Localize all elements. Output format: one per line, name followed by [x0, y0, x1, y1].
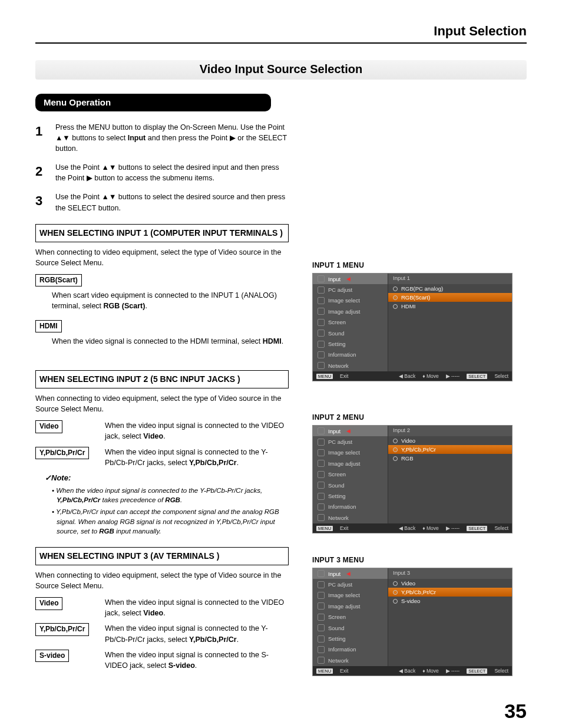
osd-left-item: Setting	[313, 490, 388, 501]
osd-left-item: Network	[313, 360, 388, 371]
hdmi-label: HDMI	[35, 320, 62, 332]
menu-icon	[318, 319, 325, 326]
page-number: 35	[35, 700, 527, 723]
osd-left-item: PC adjust	[313, 284, 388, 295]
osd-left-item: Sound	[313, 480, 388, 490]
osd-option: Y,Pb/Cb,Pr/Cr	[388, 445, 512, 454]
osd-option: Video	[388, 436, 512, 445]
radio-icon	[393, 295, 398, 300]
menu-operation-heading: Menu Operation	[35, 94, 271, 111]
osd-option: Y,Pb/Cb,Pr/Cr	[388, 588, 512, 597]
menu-icon	[318, 330, 325, 337]
menu-icon	[318, 362, 325, 369]
input3-menu-screenshot: Input◀PC adjustImage selectImage adjustS…	[312, 568, 513, 676]
menu-icon	[318, 471, 325, 478]
rgb-scart-desc: When scart video equipment is connected …	[52, 290, 289, 311]
osd-left-item: Network	[313, 655, 388, 666]
osd-left-item: Image adjust	[313, 601, 388, 611]
osd-left-item: Sound	[313, 622, 388, 633]
menu-icon	[318, 493, 325, 500]
ypbcr-label: Y,Pb/Cb,Pr/Cr	[35, 447, 89, 459]
video-desc: When the video input signal is connected…	[105, 420, 289, 442]
osd-left-item: Input◀	[313, 568, 388, 579]
osd-left-item: Image select	[313, 590, 388, 601]
menu-icon	[318, 449, 325, 456]
menu-icon	[318, 503, 325, 510]
menu-icon	[318, 602, 325, 610]
input1-menu-screenshot: Input◀PC adjustImage selectImage adjustS…	[312, 273, 513, 381]
section-title: Video Input Source Selection	[35, 60, 527, 80]
osd-left-item: Image select	[313, 447, 388, 458]
ypbcr3-label: Y,Pb/Cb,Pr/Cr	[35, 623, 89, 635]
osd-left-item: Information	[313, 350, 388, 360]
input1-intro: When connecting to video equipment, sele…	[35, 247, 289, 268]
menu-icon	[318, 657, 325, 664]
hdmi-desc: When the video signal is connected to th…	[52, 336, 289, 347]
step-number: 2	[35, 162, 46, 183]
rgb-scart-label: RGB(Scart)	[35, 274, 82, 286]
step-2: 2 Use the Point ▲▼ buttons to select the…	[35, 162, 289, 183]
menu-icon	[318, 460, 325, 467]
video-label: Video	[35, 420, 62, 433]
osd-option: HDMI	[388, 302, 512, 311]
osd-left-item: Information	[313, 644, 388, 655]
osd-option: RGB(Scart)	[388, 293, 512, 302]
step-text: Press the MENU button to display the On-…	[55, 122, 289, 154]
menu-icon	[318, 482, 325, 489]
menu-icon	[318, 427, 325, 434]
osd-left-item: Network	[313, 512, 388, 523]
osd-left-item: Input◀	[313, 274, 388, 284]
radio-icon	[393, 590, 398, 595]
input2-heading: WHEN SELECTING INPUT 2 (5 BNC INPUT JACK…	[35, 370, 289, 388]
step-text: Use the Point ▲▼ buttons to select the d…	[55, 192, 289, 213]
video3-label: Video	[35, 597, 62, 610]
osd-left-item: Image adjust	[313, 458, 388, 469]
menu-icon	[318, 275, 325, 282]
step-3: 3 Use the Point ▲▼ buttons to select the…	[35, 192, 289, 213]
menu-icon	[318, 341, 325, 348]
osd-left-item: Setting	[313, 633, 388, 644]
osd-submenu-header: Input 3	[388, 568, 512, 579]
osd-option: Video	[388, 579, 512, 588]
osd-option: RGB(PC analog)	[388, 284, 512, 293]
radio-icon	[393, 599, 398, 604]
menu-icon	[318, 297, 325, 304]
radio-icon	[393, 439, 398, 443]
osd-left-item: Input◀	[313, 426, 388, 436]
osd-footer: MENUExit◀ Back♦ Move▶ -----SELECTSelect	[313, 666, 512, 676]
left-column: Menu Operation 1 Press the MENU button t…	[35, 94, 289, 682]
osd-left-item: Screen	[313, 469, 388, 480]
step-number: 1	[35, 122, 46, 154]
osd-left-item: Screen	[313, 612, 388, 622]
osd-footer: MENUExit◀ Back♦ Move▶ -----SELECTSelect	[313, 523, 512, 533]
input1-heading: WHEN SELECTING INPUT 1 (COMPUTER INPUT T…	[35, 224, 289, 242]
osd-left-item: Image select	[313, 295, 388, 306]
svideo-label: S-video	[35, 650, 69, 662]
menu-icon	[318, 351, 325, 358]
osd-submenu-header: Input 2	[388, 426, 512, 436]
radio-icon	[393, 447, 398, 452]
radio-icon	[393, 304, 398, 309]
menu-icon	[318, 286, 325, 294]
check-icon: ✓	[45, 473, 51, 482]
chapter-title: Input Selection	[35, 24, 527, 39]
input2-menu-screenshot: Input◀PC adjustImage selectImage adjustS…	[312, 425, 513, 533]
menu-icon	[318, 581, 325, 588]
input2-menu-label: INPUT 2 MENU	[312, 413, 527, 421]
osd-left-item: Sound	[313, 328, 388, 338]
osd-left-item: Screen	[313, 317, 388, 328]
radio-icon	[393, 581, 398, 586]
radio-icon	[393, 456, 398, 461]
radio-icon	[393, 286, 398, 291]
osd-option: S-video	[388, 597, 512, 605]
ypbcr3-desc: When the video input signal is connected…	[105, 623, 289, 644]
note-block: ✓Note: • When the video input signal is …	[45, 473, 289, 536]
video3-desc: When the video input signal is connected…	[105, 597, 289, 618]
menu-icon	[318, 624, 325, 631]
menu-icon	[318, 570, 325, 577]
menu-icon	[318, 646, 325, 653]
ypbcr-desc: When the video input signal is connected…	[105, 447, 289, 468]
menu-icon	[318, 514, 325, 521]
menu-icon	[318, 592, 325, 599]
osd-option: RGB	[388, 454, 512, 463]
